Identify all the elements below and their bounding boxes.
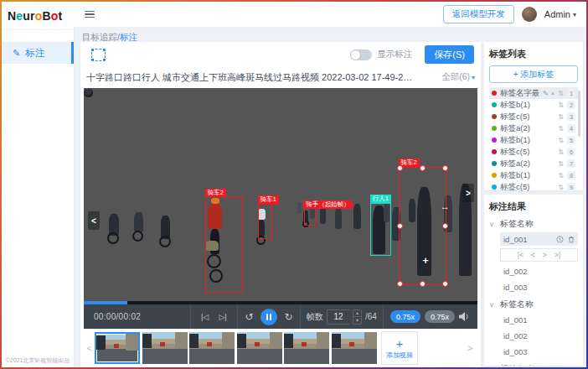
sidebar-item-annotate[interactable]: ✎ 标注	[2, 42, 74, 64]
video-next-chevron[interactable]: >	[462, 184, 474, 202]
rewind-10-icon[interactable]: ↺	[245, 311, 254, 323]
tag-list-item[interactable]: 标签c(5) ✎ × ⇅ 9	[489, 181, 578, 193]
bounding-box-label: 骑车2	[205, 189, 226, 198]
result-item-label: id_003	[503, 283, 528, 292]
tag-hotkey-badge: 5	[567, 136, 575, 144]
pager-next-button[interactable]: >	[543, 251, 547, 259]
bounding-box[interactable]: 骑车1	[258, 204, 272, 239]
box-resize-handle[interactable]	[397, 165, 403, 171]
show-annotation-toggle[interactable]	[350, 49, 372, 60]
bounding-box[interactable]: 骑车2	[205, 196, 243, 293]
forward-10-icon[interactable]: ↻	[284, 311, 292, 323]
result-item[interactable]: id_003	[500, 280, 578, 294]
tag-label: 标签c(5)	[500, 112, 554, 122]
next-frame-button[interactable]: ▷|	[219, 313, 226, 321]
bounding-box[interactable]: 骑手（起始帧）	[304, 208, 316, 226]
tag-sort-icon[interactable]: ⇅	[558, 125, 564, 133]
result-item[interactable]: id_003	[500, 345, 578, 358]
top-bar: 返回模型开发 Admin ▾	[74, 2, 586, 28]
bounding-box[interactable]: 行人1	[370, 203, 391, 256]
video-thumbnail[interactable]	[189, 332, 235, 364]
box-resize-handle[interactable]	[397, 223, 403, 229]
video-thumbnail[interactable]	[95, 332, 140, 364]
tag-hotkey-badge: 3	[567, 112, 575, 121]
resize-cursor-icon: ↔	[441, 201, 450, 211]
pager-last-button[interactable]: >|	[554, 251, 560, 259]
result-item[interactable]: id_001	[500, 313, 578, 326]
logo-segment: ur	[23, 9, 34, 23]
tag-sort-icon[interactable]: ⇅	[558, 137, 564, 144]
hamburger-menu-icon[interactable]	[85, 11, 95, 18]
add-tag-button[interactable]: + 添加标签	[489, 65, 578, 83]
pause-button[interactable]	[260, 309, 277, 325]
pager-prev-button[interactable]: <	[531, 251, 535, 259]
frame-number-input[interactable]	[327, 309, 349, 325]
tag-list-item[interactable]: 标签c(5) ✎ × ⇅ 6	[489, 146, 578, 158]
video-thumbnail[interactable]	[284, 332, 329, 364]
frame-step-down-button[interactable]: ▼	[353, 317, 361, 324]
tag-delete-icon[interactable]: ×	[551, 90, 555, 97]
tag-sort-icon[interactable]: ⇅	[558, 90, 564, 97]
prev-frame-button[interactable]: |◁	[201, 313, 209, 321]
trash-icon[interactable]	[568, 236, 575, 243]
tag-list-item[interactable]: 标签b(1) ✎ × ⇅ 2	[489, 99, 578, 111]
speed-pill-active[interactable]: 0.75x	[390, 310, 420, 323]
box-resize-handle[interactable]	[397, 281, 403, 287]
result-group-header[interactable]: > 标签名称	[489, 363, 578, 366]
box-resize-handle[interactable]	[442, 223, 448, 229]
speed-pill[interactable]: 0.75x	[425, 310, 455, 323]
player-controls: 00:00/00:02 |◁ ▷| ↺ ↻ 帧数 ▲ ▼ /64 0.75x	[84, 304, 477, 329]
logo-segment: o	[51, 9, 59, 23]
tag-sort-icon[interactable]: ⇅	[558, 160, 564, 168]
tag-list-item[interactable]: 标签b(1) ✎ × ⇅ 5	[489, 134, 578, 146]
video-thumbnail[interactable]	[237, 332, 282, 364]
tag-list-item[interactable]: 标签a(2) ✎ × ⇅ 7	[489, 158, 578, 169]
thumbs-scroll-right-chevron[interactable]: >	[465, 343, 476, 353]
result-item[interactable]: id_002	[500, 329, 578, 342]
tag-sort-icon[interactable]: ⇅	[558, 148, 564, 156]
thumbs-scroll-left-chevron[interactable]: <	[84, 343, 95, 353]
tag-label: 标签a(2)	[500, 123, 554, 134]
frame-count-label: 帧数	[307, 311, 323, 323]
tag-label: 标签c(5)	[500, 147, 554, 158]
video-thumbnail[interactable]	[142, 332, 188, 364]
tag-sort-icon[interactable]: ⇅	[558, 101, 564, 109]
tag-color-dot	[492, 91, 497, 96]
tag-sort-icon[interactable]: ⇅	[558, 172, 564, 179]
result-group-header[interactable]: ∨ 标签名称	[489, 299, 578, 310]
tag-list-item[interactable]: 标签名字最长数... ✎ × ⇅ 1	[489, 87, 578, 99]
tag-list-item[interactable]: 标签b(1) ✎ × ⇅ 8	[489, 169, 578, 181]
frame-step-up-button[interactable]: ▲	[353, 310, 361, 318]
logo-segment: N	[8, 9, 16, 23]
user-avatar[interactable]	[522, 7, 537, 22]
track-frame-icon[interactable]	[556, 236, 564, 243]
tag-hotkey-badge: 2	[567, 101, 575, 109]
pager-first-button[interactable]: |<	[518, 251, 524, 259]
add-video-button[interactable]: + 添加视频	[381, 331, 418, 365]
bounding-box[interactable]: 骑车2	[399, 167, 446, 285]
video-thumbnail[interactable]	[332, 332, 377, 364]
result-group-header[interactable]: ∨ 标签名称	[489, 218, 578, 230]
tag-list-item[interactable]: 标签c(5) ✎ × ⇅ 3	[489, 111, 578, 122]
result-item[interactable]: id_002	[500, 264, 578, 278]
box-resize-handle[interactable]	[442, 281, 448, 287]
user-menu[interactable]: Admin ▾	[544, 9, 576, 19]
volume-icon[interactable]	[459, 312, 470, 321]
tag-list-item[interactable]: 标签a(2) ✎ × ⇅ 4	[489, 122, 578, 134]
tag-sort-icon[interactable]: ⇅	[558, 113, 564, 121]
tag-sort-icon[interactable]: ⇅	[558, 184, 564, 191]
save-button[interactable]: 保存(S)	[425, 45, 474, 64]
box-resize-handle[interactable]	[442, 165, 448, 171]
box-resize-handle[interactable]	[420, 165, 426, 171]
back-to-model-dev-button[interactable]: 返回模型开发	[443, 5, 514, 23]
bounding-box-tool-icon[interactable]	[91, 49, 106, 61]
result-item[interactable]: id_001	[500, 232, 578, 246]
video-prev-chevron[interactable]: <	[88, 211, 100, 230]
tag-list-scrollbar[interactable]	[578, 91, 580, 137]
plus-icon: +	[396, 337, 404, 350]
video-canvas[interactable]: 骑车2骑车1骑手（起始帧）行人1骑车2 + ↔ < >	[84, 88, 477, 301]
box-resize-handle[interactable]	[420, 281, 426, 287]
tag-edit-icon[interactable]: ✎	[543, 90, 549, 97]
breadcrumb-parent[interactable]: 目标追踪	[82, 32, 117, 42]
filter-dropdown[interactable]: 全部(6) ▾	[441, 71, 475, 83]
